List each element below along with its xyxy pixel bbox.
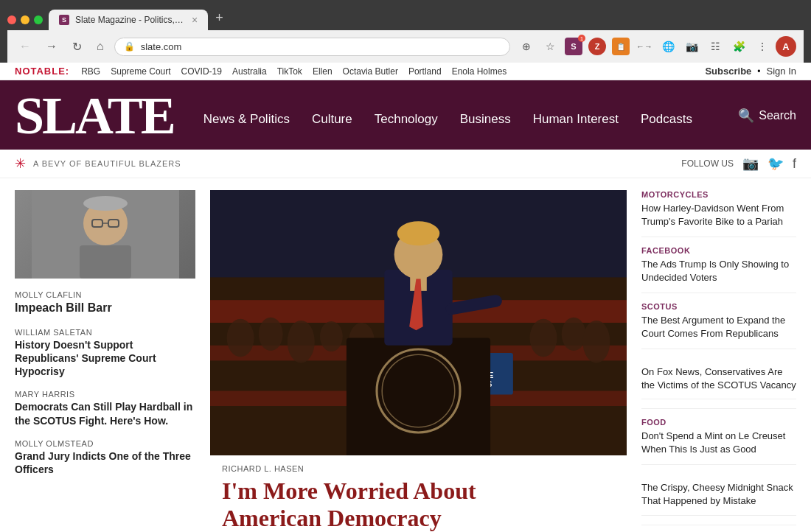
top-link-octavia[interactable]: Octavia Butler xyxy=(343,66,398,77)
right-sidebar: MOTORCYCLES How Harley-Davidson Went Fro… xyxy=(641,190,796,532)
svg-rect-5 xyxy=(80,245,131,279)
site-logo[interactable]: SLATE xyxy=(15,89,189,150)
sidebar-article-foxnews: On Fox News, Conservatives Are the Victi… xyxy=(641,349,796,409)
center-main: 4 MORE YEARS xyxy=(210,190,627,532)
svg-point-18 xyxy=(562,318,586,351)
separator-dot: • xyxy=(757,66,760,77)
close-window-btn[interactable] xyxy=(7,15,16,24)
top-link-supremecourt[interactable]: Supreme Court xyxy=(111,66,170,77)
tab-favicon: S xyxy=(59,15,69,25)
top-link-australia[interactable]: Australia xyxy=(232,66,267,77)
browser-tabs: S Slate Magazine - Politics, Busi… × + xyxy=(7,6,804,30)
article-headline-grandjury[interactable]: Grand Jury Indicts One of the Three Offi… xyxy=(15,449,195,476)
twitter-icon[interactable]: 🐦 xyxy=(768,155,784,172)
article-grandjury: MOLLY OLMSTEAD Grand Jury Indicts One of… xyxy=(15,439,195,476)
top-bar-right: Subscribe • Sign In xyxy=(705,66,796,77)
hero-caption: RICHARD L. HASEN I'm More Worried About … xyxy=(210,455,627,532)
extension-icon-4[interactable]: ←→ xyxy=(634,36,655,57)
new-tab-button[interactable]: + xyxy=(208,6,231,30)
ad-text: A BEVY OF BEAUTIFUL BLAZERS xyxy=(33,159,181,168)
sidebar-headline-food[interactable]: Don't Spend a Mint on Le Creuset When Th… xyxy=(641,430,796,455)
article-author-saletan: WILLIAM SALETAN xyxy=(15,328,195,337)
sidebar-category-facebook: FACEBOOK xyxy=(641,246,796,255)
sidebar-headline-scotus[interactable]: The Best Argument to Expand the Court Co… xyxy=(641,314,796,340)
article-headline-democrats[interactable]: Democrats Can Still Play Hardball in the… xyxy=(15,400,195,427)
hero-image: 4 MORE YEARS xyxy=(210,190,627,455)
hero-title-line1: I'm More Worried About xyxy=(222,477,476,504)
reload-button[interactable]: ↻ xyxy=(68,38,86,55)
top-link-enola[interactable]: Enola Holmes xyxy=(452,66,507,77)
top-links: RBG Supreme Court COVID-19 Australia Tik… xyxy=(81,66,507,77)
article-headline-barr[interactable]: Impeach Bill Barr xyxy=(15,301,195,316)
search-icon: 🔍 xyxy=(738,108,754,124)
sidebar-article-snack: The Crispy, Cheesy Midnight Snack That H… xyxy=(641,465,796,525)
extension-icon-readmode[interactable]: ☷ xyxy=(705,36,725,57)
maximize-window-btn[interactable] xyxy=(34,15,43,24)
ad-logo-icon: ✳ xyxy=(15,155,26,172)
instagram-icon[interactable]: 📷 xyxy=(742,155,759,172)
url-input[interactable] xyxy=(141,41,501,52)
hero-article-author: RICHARD L. HASEN xyxy=(222,464,615,473)
address-bar[interactable]: 🔒 xyxy=(114,38,510,56)
nav-culture[interactable]: Culture xyxy=(312,112,352,127)
sidebar-article-scotus: SCOTUS The Best Argument to Expand the C… xyxy=(641,293,796,349)
sidebar-article-facebook: FACEBOOK The Ads Trump Is Only Showing t… xyxy=(641,237,796,293)
search-label: Search xyxy=(759,109,796,122)
bookmark-star-icon[interactable]: ☆ xyxy=(540,36,560,57)
top-link-ellen[interactable]: Ellen xyxy=(313,66,333,77)
site-header: SLATE News & Politics Culture Technology… xyxy=(0,80,811,150)
nav-human-interest[interactable]: Human Interest xyxy=(533,112,619,127)
location-icon[interactable]: ⊕ xyxy=(516,36,537,57)
subscribe-button[interactable]: Subscribe xyxy=(705,66,751,77)
article-headline-republicans[interactable]: History Doesn't Support Republicans' Sup… xyxy=(15,338,195,379)
sidebar-headline-motorcycles[interactable]: How Harley-Davidson Went From Trump's Fa… xyxy=(641,202,796,228)
hero-article-title[interactable]: I'm More Worried About American Democrac… xyxy=(222,477,615,532)
browser-tab[interactable]: S Slate Magazine - Politics, Busi… × xyxy=(49,10,208,30)
article-republicans: WILLIAM SALETAN History Doesn't Support … xyxy=(15,328,195,379)
article-democrats: MARY HARRIS Democrats Can Still Play Har… xyxy=(15,390,195,427)
facebook-icon[interactable]: f xyxy=(793,156,796,172)
nav-podcasts[interactable]: Podcasts xyxy=(641,112,692,127)
forward-button[interactable]: → xyxy=(41,38,62,55)
home-button[interactable]: ⌂ xyxy=(92,38,108,55)
barr-article-image xyxy=(15,190,195,279)
browser-toolbar: ← → ↻ ⌂ 🔒 ⊕ ☆ S 1 Z 📋 ←→ 🌐 📷 ☷ 🧩 xyxy=(7,30,804,63)
signin-button[interactable]: Sign In xyxy=(767,66,796,77)
site-header-inner: SLATE News & Politics Culture Technology… xyxy=(15,89,796,150)
menu-button[interactable]: ⋮ xyxy=(752,36,773,57)
nav-technology[interactable]: Technology xyxy=(375,112,438,127)
sidebar-headline-snack[interactable]: The Crispy, Cheesy Midnight Snack That H… xyxy=(641,474,796,515)
hero-title-line2: American Democracy xyxy=(222,505,442,531)
top-link-portland[interactable]: Portland xyxy=(408,66,442,77)
svg-point-14 xyxy=(288,321,315,363)
extension-icon-3[interactable]: 📋 xyxy=(610,36,631,57)
extension-icon-camera[interactable]: 📷 xyxy=(681,36,702,57)
svg-point-12 xyxy=(227,319,254,357)
sidebar-headline-foxnews[interactable]: On Fox News, Conservatives Are the Victi… xyxy=(641,358,796,399)
profile-avatar[interactable]: A xyxy=(776,36,796,57)
top-link-rbg[interactable]: RBG xyxy=(81,66,100,77)
extensions-button[interactable]: 🧩 xyxy=(728,36,749,57)
sidebar-category-food: FOOD xyxy=(641,418,796,427)
sidebar-article-food: FOOD Don't Spend a Mint on Le Creuset Wh… xyxy=(641,409,796,465)
article-author-olmstead: MOLLY OLMSTEAD xyxy=(15,439,195,448)
top-link-covid[interactable]: COVID-19 xyxy=(181,66,222,77)
sidebar-category-motorcycles: MOTORCYCLES xyxy=(641,190,796,199)
nav-business[interactable]: Business xyxy=(460,112,511,127)
extension-icon-5[interactable]: 🌐 xyxy=(658,36,678,57)
sidebar-headline-facebook[interactable]: The Ads Trump Is Only Showing to Undecid… xyxy=(641,258,796,284)
minimize-window-btn[interactable] xyxy=(21,15,29,24)
notable-label: NOTABLE: xyxy=(15,66,69,77)
article-barr: MOLLY CLAFLIN Impeach Bill Barr xyxy=(15,290,195,316)
main-content: MOLLY CLAFLIN Impeach Bill Barr WILLIAM … xyxy=(0,178,811,532)
nav-news-politics[interactable]: News & Politics xyxy=(203,112,290,127)
site-topbar: NOTABLE: RBG Supreme Court COVID-19 Aust… xyxy=(0,63,811,80)
extension-icon-zotero[interactable]: Z xyxy=(587,36,608,57)
back-button[interactable]: ← xyxy=(15,38,35,55)
search-button[interactable]: 🔍 Search xyxy=(738,108,796,131)
browser-chrome: S Slate Magazine - Politics, Busi… × + ←… xyxy=(0,0,811,63)
tab-close-btn[interactable]: × xyxy=(192,14,198,26)
extension-icon-1[interactable]: S 1 xyxy=(563,36,584,57)
top-link-tiktok[interactable]: TikTok xyxy=(277,66,302,77)
svg-point-15 xyxy=(320,321,343,351)
